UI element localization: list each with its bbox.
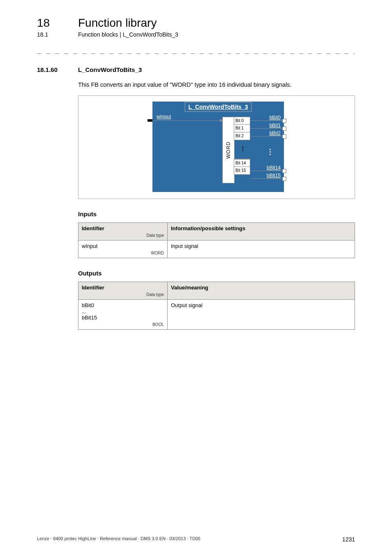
chapter-header: 18 Function library [37,16,355,30]
bit-cell-2: Bit 2 [234,132,250,140]
word-label: WORD [226,141,231,159]
wire-bBit1 [250,128,284,129]
wire-bBit14 [250,171,284,171]
outputs-row-id: bBit0 ... bBit15 BOOL [78,300,168,330]
inputs-col-identifier-label: Identifier [82,225,104,231]
body: This FB converts an input value of "WORD… [78,81,355,330]
bit-cell-0: Bit 0 [234,117,250,125]
bit-ellipsis: ⋮ [234,140,250,159]
subsection-header: 18.1 Function blocks | L_ConvWordToBits_… [37,31,355,38]
inputs-row-info: Input signal [168,240,355,258]
outputs-col-identifier: Identifier Data type [78,282,168,300]
inputs-heading: Inputs [78,210,355,217]
outputs-col-info: Value/meaning [168,282,355,300]
section-title: L_ConvWordToBits_3 [78,66,142,73]
word-box: WORD [222,117,235,183]
outputs-heading: Outputs [78,270,355,277]
function-block: L_ConvWordToBits_3 wInput WORD Bit 0 Bit… [152,102,284,192]
intro-text: This FB converts an input value of "WORD… [78,81,355,88]
chapter-number: 18 [37,16,62,30]
table-row: wInput WORD Input signal [78,240,355,258]
chapter-title: Function library [78,16,157,30]
subsection-number: 18.1 [37,31,62,38]
section-heading-row: 18.1.60 L_ConvWordToBits_3 [37,66,355,73]
page-number: 1231 [342,536,355,543]
inputs-row-id-text: wInput [82,243,97,249]
diagram-frame: L_ConvWordToBits_3 wInput WORD Bit 0 Bit… [78,95,355,199]
bit-cell-15: Bit 15 [234,167,250,175]
inputs-col-identifier: Identifier Data type [78,223,168,240]
footer-left: Lenze · 8400 protec HighLine · Reference… [37,536,201,543]
output-ellipsis-icon: ··· [269,148,271,156]
bit-cell-14: Bit 14 [234,159,250,167]
inputs-table: Identifier Data type Information/possibl… [78,222,355,258]
outputs-row-info: Output signal [168,300,355,330]
input-wire [152,120,222,121]
bit-column: Bit 0 Bit 1 Bit 2 ⋮ Bit 14 Bit 15 [234,117,250,175]
port-bBit0-icon [282,119,286,123]
inputs-col-info: Information/possible settings [168,223,355,240]
inputs-row-id: wInput WORD [78,240,168,258]
outputs-col-identifier-label: Identifier [82,284,104,291]
table-row: bBit0 ... bBit15 BOOL Output signal [78,300,355,330]
subsection-title: Function blocks | L_ConvWordToBits_3 [78,31,178,38]
port-bBit1-icon [282,127,286,131]
inputs-col-datatype-label: Data type [82,233,164,238]
out-bBit14: bBit14 [260,165,281,171]
out-bBit1: bBit1 [260,123,281,128]
wire-bBit0 [250,120,284,121]
input-wInput-label: wInput [157,114,171,120]
page-footer: Lenze · 8400 protec HighLine · Reference… [37,536,355,543]
outputs-row-dtype: BOOL [82,322,164,327]
out-bBit0: bBit0 [260,115,281,120]
port-bBit2-icon [282,134,286,139]
out-bBit15: bBit15 [260,173,281,178]
input-port-icon [148,119,152,122]
inputs-row-dtype: WORD [82,251,164,255]
wire-bBit15 [250,178,284,179]
fb-title: L_ConvWordToBits_3 [185,102,252,112]
section-number: 18.1.60 [37,66,62,73]
port-bBit14-icon [282,169,286,173]
bit-cell-1: Bit 1 [234,125,250,132]
outputs-col-datatype-label: Data type [82,292,164,297]
out-bBit2: bBit2 [260,130,281,136]
outputs-row-id-text: bBit0 ... bBit15 [82,302,97,321]
wire-bBit2 [250,136,284,136]
port-bBit15-icon [282,177,286,181]
outputs-table: Identifier Data type Value/meaning bBit0… [78,282,355,330]
page: 18 Function library 18.1 Function blocks… [0,0,392,555]
divider [37,53,355,54]
